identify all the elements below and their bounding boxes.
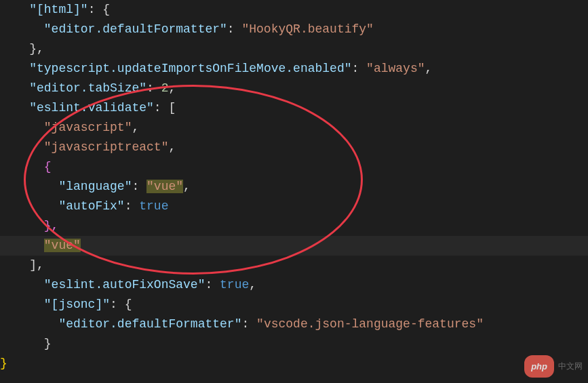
json-key: "eslint.autoFixOnSave" bbox=[44, 278, 205, 291]
json-string-highlighted: "vue" bbox=[44, 239, 81, 252]
watermark-pill: php bbox=[524, 355, 554, 378]
json-key: "[html]" bbox=[29, 3, 87, 16]
code-line: "eslint.autoFixOnSave": true, bbox=[0, 275, 588, 295]
code-line: "typescript.updateImportsOnFileMove.enab… bbox=[0, 59, 588, 79]
json-string: "vscode.json-language-features" bbox=[256, 317, 484, 331]
code-line: { bbox=[0, 157, 588, 177]
watermark-text: 中文网 bbox=[558, 357, 583, 376]
code-line: }, bbox=[0, 39, 588, 59]
json-key: "editor.defaultFormatter" bbox=[44, 22, 227, 36]
code-line: "javascriptreact", bbox=[0, 138, 588, 157]
code-line: "autoFix": true bbox=[0, 197, 588, 216]
json-key: "editor.defaultFormatter" bbox=[58, 317, 241, 331]
json-string: "HookyQR.beautify" bbox=[241, 22, 373, 36]
json-string: "javascriptreact" bbox=[44, 140, 169, 154]
code-line: "language": "vue", bbox=[0, 177, 588, 197]
json-boolean: true bbox=[220, 278, 249, 291]
code-line: "editor.defaultFormatter": "HookyQR.beau… bbox=[0, 20, 588, 39]
json-string: "always" bbox=[366, 62, 425, 75]
json-key: "[jsonc]" bbox=[44, 298, 110, 311]
code-line: "editor.tabSize": 2, bbox=[0, 79, 588, 98]
json-key: "eslint.validate" bbox=[29, 101, 154, 115]
code-line: ], bbox=[0, 256, 588, 275]
json-number: 2 bbox=[161, 81, 169, 95]
code-line: } bbox=[0, 334, 588, 354]
code-line: }, bbox=[0, 216, 588, 236]
code-line: "editor.defaultFormatter": "vscode.json-… bbox=[0, 315, 588, 334]
json-string-highlighted: "vue" bbox=[146, 180, 183, 193]
code-line: "[jsonc]": { bbox=[0, 295, 588, 315]
json-key: "autoFix" bbox=[58, 199, 124, 213]
json-key: "editor.tabSize" bbox=[29, 81, 146, 95]
code-line: "eslint.validate": [ bbox=[0, 98, 588, 118]
code-line-active: "vue" bbox=[0, 236, 588, 256]
watermark: php 中文网 bbox=[524, 355, 583, 378]
json-string: "javascript" bbox=[44, 121, 132, 134]
code-line: "javascript", bbox=[0, 118, 588, 138]
code-line: "[html]": { bbox=[0, 0, 588, 20]
json-key: "typescript.updateImportsOnFileMove.enab… bbox=[29, 62, 351, 75]
json-boolean: true bbox=[139, 199, 168, 213]
code-editor[interactable]: "[html]": { "editor.defaultFormatter": "… bbox=[0, 0, 588, 374]
code-line: } bbox=[0, 354, 588, 374]
json-key: "language" bbox=[58, 180, 132, 193]
